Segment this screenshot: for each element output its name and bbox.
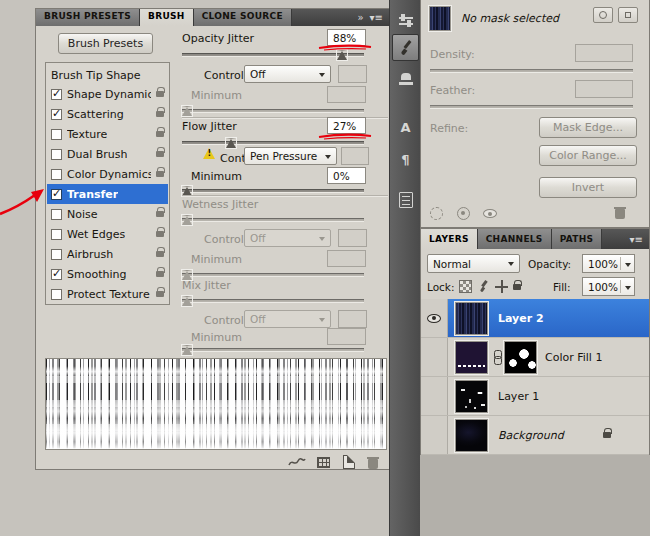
- checkbox[interactable]: [51, 209, 62, 220]
- brush-option-color-dynamics[interactable]: Color Dynamics: [47, 164, 168, 184]
- texture-protect-icon[interactable]: [317, 457, 330, 468]
- clone-source-panel-button[interactable]: [392, 66, 419, 93]
- layer-row-color-fill-1[interactable]: Color Fill 1: [421, 338, 649, 377]
- checkbox[interactable]: [51, 249, 62, 260]
- slider-thumb[interactable]: [337, 50, 347, 60]
- brush-option-noise[interactable]: Noise: [47, 204, 168, 224]
- feather-value-box: [575, 80, 633, 98]
- layer-name[interactable]: Layer 2: [498, 312, 544, 325]
- control-1-label: Control:: [204, 69, 247, 82]
- lock-transparency-icon[interactable]: [459, 280, 472, 293]
- layer-thumbnail[interactable]: [455, 341, 488, 374]
- flow-jitter-value[interactable]: 27%: [327, 117, 366, 134]
- layer-thumbnail[interactable]: [455, 380, 488, 413]
- lock-position-icon[interactable]: [495, 280, 508, 293]
- add-vector-mask-button[interactable]: [618, 7, 638, 23]
- brush-presets-button[interactable]: Brush Presets: [58, 33, 153, 54]
- add-pixel-mask-button[interactable]: [593, 7, 613, 23]
- visibility-toggle[interactable]: [421, 377, 448, 415]
- checkbox[interactable]: [51, 149, 62, 160]
- option-label: Color Dynamics: [67, 168, 151, 181]
- brush-option-smoothing[interactable]: Smoothing: [47, 264, 168, 284]
- layer-thumbnail[interactable]: [455, 419, 488, 452]
- refine-label: Refine:: [430, 122, 468, 135]
- panel-menu-icon[interactable]: ▾≡: [370, 12, 383, 23]
- minimum-2-value[interactable]: 0%: [327, 167, 366, 184]
- color-range-button[interactable]: Color Range...: [539, 145, 637, 166]
- checkbox[interactable]: [51, 229, 62, 240]
- checkbox[interactable]: [51, 269, 62, 280]
- adjustments-panel-button[interactable]: [392, 6, 419, 33]
- opacity-jitter-value[interactable]: 88%: [327, 29, 366, 46]
- apply-mask-icon[interactable]: [457, 207, 470, 220]
- flow-jitter-slider[interactable]: [182, 137, 364, 147]
- checkbox[interactable]: [51, 169, 62, 180]
- opacity-jitter-label: Opacity Jitter: [182, 32, 254, 45]
- brush-option-dual-brush[interactable]: Dual Brush: [47, 144, 168, 164]
- layer-name[interactable]: Layer 1: [498, 390, 539, 403]
- disable-mask-eye-icon[interactable]: [483, 209, 497, 218]
- fill-combo[interactable]: 100%: [582, 277, 635, 296]
- brush-option-shape-dynamics[interactable]: Shape Dynamics: [47, 84, 168, 104]
- collapse-panels-icon[interactable]: »: [357, 12, 363, 23]
- brush-stroke-icon[interactable]: [288, 456, 306, 469]
- brush-option-airbrush[interactable]: Airbrush: [47, 244, 168, 264]
- brush-panel-tabbar: BRUSH PRESETS BRUSH CLONE SOURCE » ▾≡: [36, 9, 389, 26]
- mask-edge-button[interactable]: Mask Edge...: [539, 117, 637, 138]
- layer-name[interactable]: Color Fill 1: [545, 351, 602, 364]
- delete-mask-icon[interactable]: [614, 206, 626, 219]
- slider-track: [182, 273, 364, 276]
- layer-name[interactable]: Background: [498, 429, 564, 442]
- visibility-toggle[interactable]: [421, 416, 448, 454]
- load-selection-icon[interactable]: [430, 207, 443, 220]
- brush-panel-button[interactable]: [392, 34, 419, 61]
- visibility-toggle[interactable]: [421, 338, 448, 376]
- checkbox[interactable]: [51, 89, 62, 100]
- delete-brush-icon[interactable]: [367, 456, 379, 469]
- slider-track: [182, 218, 364, 221]
- tab-brush[interactable]: BRUSH: [140, 9, 194, 26]
- layer-row-layer-2[interactable]: Layer 2: [421, 299, 649, 338]
- tab-paths[interactable]: PATHS: [552, 229, 603, 249]
- opacity-jitter-slider[interactable]: [182, 49, 364, 59]
- brush-option-wet-edges[interactable]: Wet Edges: [47, 224, 168, 244]
- tab-layers[interactable]: LAYERS: [421, 229, 478, 249]
- visibility-toggle[interactable]: [421, 299, 448, 337]
- brush-option-scattering[interactable]: Scattering: [47, 104, 168, 124]
- opacity-combo[interactable]: 100%: [582, 254, 635, 273]
- layer-row-layer-1[interactable]: Layer 1: [421, 377, 649, 416]
- slider-thumb[interactable]: [226, 138, 236, 148]
- lock-pixels-icon[interactable]: [477, 280, 490, 293]
- brush-option-protect-texture[interactable]: Protect Texture: [47, 284, 168, 304]
- checkbox[interactable]: [51, 109, 62, 120]
- character-panel-button[interactable]: A: [392, 114, 419, 141]
- tab-brush-presets[interactable]: BRUSH PRESETS: [36, 9, 140, 26]
- new-brush-icon[interactable]: [343, 455, 355, 469]
- layer-mask-thumbnail[interactable]: [504, 341, 537, 374]
- control-1-dropdown[interactable]: Off: [244, 65, 331, 83]
- mask-link-icon[interactable]: [491, 350, 503, 364]
- brush-option-transfer[interactable]: Transfer: [47, 184, 168, 204]
- tab-clone-source[interactable]: CLONE SOURCE: [194, 9, 292, 26]
- lock-icon: [156, 111, 164, 117]
- option-label: Shape Dynamics: [67, 88, 151, 101]
- paragraph-panel-button[interactable]: ¶: [392, 146, 419, 173]
- notes-panel-button[interactable]: [392, 186, 419, 213]
- tab-channels[interactable]: CHANNELS: [478, 229, 552, 249]
- panel-menu-icon[interactable]: ▾≡: [630, 234, 643, 245]
- checkbox[interactable]: [51, 129, 62, 140]
- layer-row-background[interactable]: Background: [421, 416, 649, 455]
- checkbox[interactable]: [51, 189, 62, 200]
- brush-option-texture[interactable]: Texture: [47, 124, 168, 144]
- brush-panel: BRUSH PRESETS BRUSH CLONE SOURCE » ▾≡ Br…: [35, 8, 390, 470]
- invert-button[interactable]: Invert: [539, 177, 637, 198]
- layer-thumbnail[interactable]: [455, 302, 488, 335]
- divider: [182, 195, 388, 196]
- checkbox[interactable]: [51, 289, 62, 300]
- blend-mode-dropdown[interactable]: Normal: [427, 254, 520, 273]
- control-2-dropdown[interactable]: Pen Pressure: [244, 147, 337, 165]
- minimum-3-value-box: [327, 250, 366, 267]
- minimum-2-slider[interactable]: [182, 185, 364, 195]
- brush-tip-shape-item[interactable]: Brush Tip Shape: [47, 65, 168, 85]
- lock-all-icon[interactable]: [513, 284, 521, 290]
